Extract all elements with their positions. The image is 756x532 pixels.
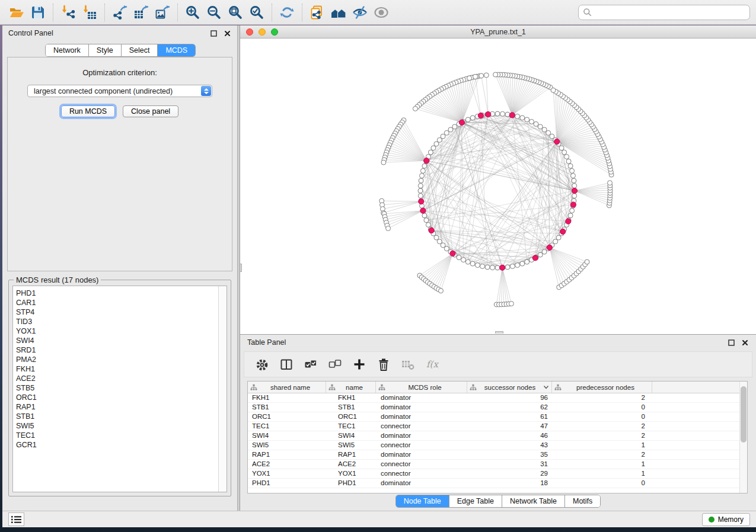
cell-successors[interactable]: 29 <box>467 469 552 478</box>
add-column-button[interactable] <box>350 354 369 374</box>
mcds-hub-node[interactable] <box>424 158 429 164</box>
network-node[interactable] <box>505 112 510 117</box>
network-node[interactable] <box>495 111 500 116</box>
network-node[interactable] <box>529 119 534 124</box>
column-header-predecessors[interactable]: predecessor nodes <box>552 382 652 393</box>
network-node[interactable] <box>457 255 461 260</box>
network-node[interactable] <box>473 75 478 79</box>
cell-predecessors[interactable]: 2 <box>552 450 652 459</box>
tab-mcds[interactable]: MCDS <box>158 44 195 56</box>
cell-shared_name[interactable]: SWI5 <box>248 441 326 450</box>
network-node[interactable] <box>420 174 425 178</box>
mcds-result-item[interactable]: SRD1 <box>16 345 218 355</box>
vertical-splitter-handle[interactable] <box>240 264 242 272</box>
cell-shared_name[interactable]: ACE2 <box>248 460 326 469</box>
network-node[interactable] <box>572 178 576 183</box>
network-node[interactable] <box>510 264 515 269</box>
cell-predecessors[interactable]: 2 <box>552 431 652 440</box>
network-canvas[interactable] <box>240 39 756 334</box>
network-node[interactable] <box>500 111 505 116</box>
network-titlebar[interactable]: YPA_prune.txt_1 <box>240 25 756 39</box>
network-node[interactable] <box>490 265 495 270</box>
network-node[interactable] <box>484 73 489 78</box>
cell-predecessors[interactable]: 1 <box>552 460 652 469</box>
cell-role[interactable]: connector <box>376 460 467 469</box>
cell-role[interactable]: dominator <box>376 450 467 459</box>
network-node[interactable] <box>525 259 529 264</box>
export-image-button[interactable] <box>152 2 173 23</box>
cell-shared_name[interactable]: ORC1 <box>248 412 326 421</box>
network-node[interactable] <box>542 249 547 254</box>
cell-name[interactable]: ORC1 <box>326 412 376 421</box>
refresh-button[interactable] <box>276 2 298 23</box>
network-node[interactable] <box>465 259 470 264</box>
horizontal-splitter-handle[interactable] <box>495 331 503 334</box>
cell-role[interactable]: dominator <box>376 393 467 402</box>
network-node[interactable] <box>564 155 569 159</box>
network-node[interactable] <box>572 184 577 188</box>
mcds-hub-node[interactable] <box>486 111 491 117</box>
network-node[interactable] <box>448 127 453 132</box>
cell-predecessors[interactable]: 2 <box>552 393 652 402</box>
network-node[interactable] <box>437 239 442 244</box>
network-node[interactable] <box>439 289 444 293</box>
cell-successors[interactable]: 35 <box>467 450 552 459</box>
network-node[interactable] <box>495 265 500 270</box>
cell-successors[interactable]: 61 <box>467 412 552 421</box>
table-row[interactable]: STB1STB1dominator620 <box>248 403 747 412</box>
cell-predecessors[interactable]: 0 <box>552 403 652 412</box>
search-input[interactable] <box>595 7 745 18</box>
network-node[interactable] <box>420 168 425 173</box>
network-node[interactable] <box>467 76 472 81</box>
cell-name[interactable]: PHD1 <box>326 479 376 488</box>
network-node[interactable] <box>428 150 433 155</box>
mcds-hub-node[interactable] <box>570 202 576 207</box>
table-row[interactable]: ORC1ORC1dominator610 <box>248 412 747 422</box>
cell-role[interactable]: dominator <box>376 412 467 421</box>
column-header-role[interactable]: MCDS role <box>376 382 467 393</box>
network-node[interactable] <box>434 142 439 146</box>
network-node[interactable] <box>479 73 484 78</box>
cell-shared_name[interactable]: FKH1 <box>248 393 326 402</box>
delete-column-button[interactable] <box>374 354 393 374</box>
close-window-icon[interactable] <box>246 28 253 36</box>
mcds-hub-node[interactable] <box>419 199 424 204</box>
cell-shared_name[interactable]: SWI4 <box>248 431 326 440</box>
task-history-button[interactable] <box>8 512 24 526</box>
table-row[interactable]: ACE2ACE2connector311 <box>248 460 747 469</box>
mcds-result-list[interactable]: PHD1CAR1STP4TID3YOX1SWI4SRD1PMA2FKH1ACE2… <box>12 286 227 492</box>
table-row[interactable]: YOX1YOX1connector291 <box>248 469 747 479</box>
network-node[interactable] <box>470 116 475 120</box>
cell-name[interactable]: TEC1 <box>326 422 376 431</box>
close-table-panel-icon[interactable] <box>741 338 749 347</box>
close-panel-icon[interactable] <box>223 29 231 37</box>
network-node[interactable] <box>559 146 564 150</box>
mcds-hub-node[interactable] <box>566 219 571 224</box>
mcds-result-item[interactable]: YOX1 <box>16 326 218 336</box>
tab-style[interactable]: Style <box>89 44 122 56</box>
cell-successors[interactable]: 31 <box>467 460 552 469</box>
table-row[interactable]: SWI4SWI4dominator462 <box>248 431 747 441</box>
cell-role[interactable]: connector <box>376 469 467 478</box>
network-node[interactable] <box>515 263 520 268</box>
mcds-hub-node[interactable] <box>532 255 538 261</box>
cell-role[interactable]: dominator <box>376 403 467 412</box>
mcds-hub-node[interactable] <box>420 208 426 213</box>
network-node[interactable] <box>422 164 427 168</box>
column-header-name[interactable]: name <box>326 382 376 393</box>
cell-shared_name[interactable]: STB1 <box>248 403 326 412</box>
close-panel-button[interactable]: Close panel <box>123 105 178 117</box>
show-graphics-details-button[interactable] <box>371 2 392 23</box>
network-node[interactable] <box>572 194 577 198</box>
open-file-button[interactable] <box>6 2 27 23</box>
split-panel-button[interactable] <box>277 354 296 374</box>
network-node[interactable] <box>566 159 571 164</box>
mcds-result-item[interactable]: CAR1 <box>16 298 218 307</box>
select-all-button[interactable] <box>301 354 320 374</box>
tab-motifs[interactable]: Motifs <box>565 495 600 507</box>
cell-predecessors[interactable]: 2 <box>552 422 652 431</box>
table-row[interactable]: TEC1TEC1connector472 <box>248 422 747 431</box>
float-panel-icon[interactable] <box>209 29 218 37</box>
cell-successors[interactable]: 96 <box>467 393 552 402</box>
import-network-button[interactable] <box>58 2 79 23</box>
